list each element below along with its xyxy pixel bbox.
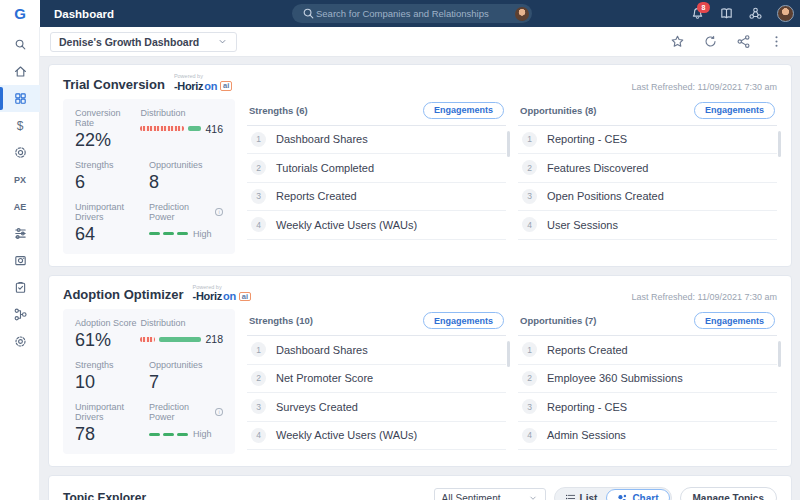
sidebar-item-surveys[interactable]	[0, 274, 40, 301]
unimportant-drivers-count: 64	[75, 224, 149, 245]
list-view-toggle[interactable]: List	[556, 493, 607, 500]
dashboard-selector[interactable]: Denise's Growth Dashboard	[50, 32, 237, 52]
list-icon	[565, 493, 576, 500]
camera-icon	[13, 253, 28, 268]
strengths-list: Strengths (10)Engagements 1Dashboard Sha…	[247, 309, 506, 454]
toolbar-actions	[670, 34, 790, 49]
favorite-star-icon[interactable]	[670, 34, 685, 49]
list-item[interactable]: 4Admin Sessions	[518, 422, 777, 451]
horizon-ai-logo: Powered by -Horizon ai	[174, 74, 232, 92]
engagements-button[interactable]: Engagements	[423, 102, 504, 119]
search-input[interactable]	[316, 8, 515, 19]
strengths-count: 6	[75, 172, 149, 193]
horizon-ai-logo: Powered by -Horizon ai	[193, 285, 251, 303]
opportunities-count: 8	[149, 172, 223, 193]
prediction-power-indicator: High	[149, 429, 223, 439]
card-title: Adoption Optimizer	[63, 287, 184, 302]
home-icon	[13, 64, 28, 79]
ae-label: AE	[14, 202, 27, 212]
list-header: Strengths (10)	[249, 315, 313, 326]
share-icon[interactable]	[736, 34, 751, 49]
list-item[interactable]: 2Tutorials Completed	[247, 154, 506, 183]
opportunities-list: Opportunities (8)Engagements 1Reporting …	[518, 99, 777, 254]
left-sidebar: $ PX AE	[0, 27, 40, 500]
dashboard-selector-label: Denise's Growth Dashboard	[59, 36, 199, 48]
list-item[interactable]: 1Dashboard Shares	[247, 336, 506, 365]
list-item[interactable]: 3Reports Created	[247, 183, 506, 212]
app-logo-letter: G	[14, 5, 26, 22]
metrics-panel: Adoption Score61% Distribution 218 Stren…	[63, 309, 235, 454]
search-avatar	[515, 7, 529, 21]
scrollbar-thumb[interactable]	[507, 131, 510, 157]
sidebar-item-search[interactable]	[0, 31, 40, 58]
list-item[interactable]: 2Net Promoter Score	[247, 365, 506, 394]
gear-icon	[13, 334, 28, 349]
global-search[interactable]	[292, 4, 532, 23]
sidebar-item-success-plans[interactable]	[0, 139, 40, 166]
more-options-kebab-icon[interactable]	[769, 34, 784, 49]
chart-view-toggle[interactable]: Chart	[606, 489, 669, 500]
last-refreshed-label: Last Refreshed: 11/09/2021 7:30 am	[632, 82, 777, 92]
list-item[interactable]: 4User Sessions	[518, 211, 777, 240]
flow-nodes-icon	[13, 307, 28, 322]
engagements-button[interactable]: Engagements	[423, 312, 504, 329]
scrollbar-thumb[interactable]	[778, 341, 781, 367]
list-item[interactable]: 3Surveys Created	[247, 393, 506, 422]
scrollbar-thumb[interactable]	[507, 341, 510, 367]
refresh-icon[interactable]	[703, 34, 718, 49]
opportunities-count: 7	[149, 372, 223, 393]
list-item[interactable]: 1Reporting - CES	[518, 126, 777, 155]
list-header: Opportunities (8)	[520, 105, 597, 116]
card-title: Trial Conversion	[63, 77, 165, 92]
relationships-icon[interactable]	[748, 6, 763, 21]
dashboards-grid-icon	[13, 91, 28, 106]
page-title: Dashboard	[54, 8, 114, 20]
distribution-bar: 416	[140, 123, 223, 135]
sidebar-item-home[interactable]	[0, 58, 40, 85]
scrollbar-thumb[interactable]	[778, 131, 781, 157]
list-item[interactable]: 1Reports Created	[518, 336, 777, 365]
manage-topics-button[interactable]: Manage Topics	[680, 487, 778, 500]
conversion-rate-value: 22%	[75, 130, 140, 151]
adoption-optimizer-card: Adoption Optimizer Powered by -Horizon a…	[48, 275, 792, 468]
list-item[interactable]: 4Weekly Active Users (WAUs)	[247, 211, 506, 240]
engagements-button[interactable]: Engagements	[694, 312, 775, 329]
info-icon[interactable]: i	[215, 408, 223, 416]
sidebar-item-timeline[interactable]	[0, 247, 40, 274]
dollar-icon: $	[17, 119, 24, 133]
sidebar-item-orchestrator[interactable]	[0, 301, 40, 328]
sidebar-item-ae[interactable]: AE	[0, 193, 40, 220]
bubble-chart-icon	[617, 493, 628, 500]
distribution-bar: 218	[140, 333, 223, 345]
sidebar-item-journeys[interactable]	[0, 220, 40, 247]
topic-explorer-title: Topic Explorer	[63, 491, 146, 500]
app-logo[interactable]: G	[0, 0, 40, 27]
list-header: Opportunities (7)	[520, 315, 597, 326]
list-item[interactable]: 3Open Positions Created	[518, 183, 777, 212]
list-item[interactable]: 2Features Discovered	[518, 154, 777, 183]
tune-filter-icon	[13, 226, 28, 241]
topic-explorer-controls: All Sentiment List Chart Manage Topics	[434, 487, 777, 500]
info-icon[interactable]: i	[215, 208, 223, 216]
knowledge-book-icon[interactable]	[719, 6, 734, 21]
sidebar-item-settings[interactable]	[0, 328, 40, 355]
sidebar-item-px[interactable]: PX	[0, 166, 40, 193]
list-item[interactable]: 4Weekly Active Users (WAUs)	[247, 422, 506, 451]
ai-badge: ai	[239, 292, 251, 302]
px-label: PX	[14, 175, 26, 185]
ai-badge: ai	[220, 81, 232, 91]
card-header: Adoption Optimizer Powered by -Horizon a…	[49, 276, 791, 308]
chevron-down-icon	[528, 493, 538, 500]
list-item[interactable]: 2Employee 360 Submissions	[518, 365, 777, 394]
list-header: Strengths (6)	[249, 105, 308, 116]
topbar-actions: 8	[690, 0, 794, 27]
powered-by-label: Powered by	[174, 74, 232, 80]
list-item[interactable]: 3Reporting - CES	[518, 393, 777, 422]
notifications-bell-icon[interactable]: 8	[690, 6, 705, 21]
user-avatar[interactable]	[777, 5, 794, 22]
sidebar-item-revenue[interactable]: $	[0, 112, 40, 139]
sentiment-filter-select[interactable]: All Sentiment	[434, 488, 546, 500]
engagements-button[interactable]: Engagements	[694, 102, 775, 119]
sidebar-item-dashboards[interactable]	[0, 85, 40, 112]
list-item[interactable]: 1Dashboard Shares	[247, 126, 506, 155]
